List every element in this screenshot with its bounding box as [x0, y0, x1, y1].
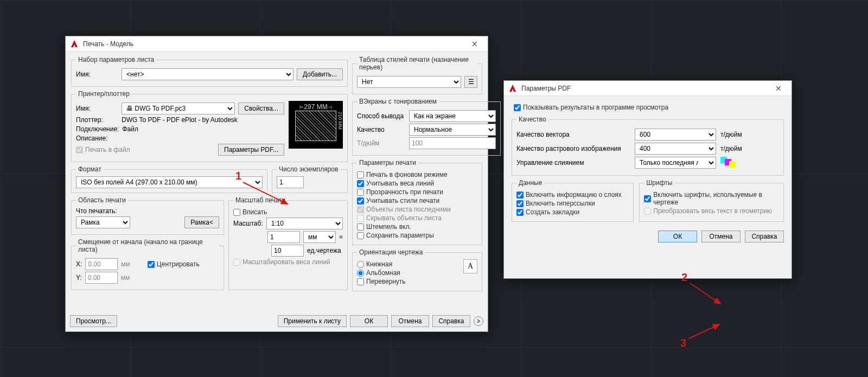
pdf-data-legend: Данные [516, 179, 544, 187]
opt-transp-checkbox[interactable] [357, 189, 364, 196]
pdf-titlebar[interactable]: Параметры PDF ✕ [504, 81, 792, 96]
show-viewer-label: Показывать результаты в программе просмо… [523, 104, 668, 111]
raster-unit: т/дюйм [720, 145, 742, 152]
pageset-name-select[interactable]: <нет> [122, 68, 293, 80]
scale-den-input[interactable] [271, 245, 304, 257]
arrow-2 [688, 281, 742, 308]
plotstyle-select[interactable]: Нет [357, 76, 461, 88]
connect-value: Файл [122, 125, 138, 133]
close-icon[interactable]: ✕ [770, 84, 787, 93]
offset-x-label: X: [76, 260, 82, 268]
preview-sheet [295, 111, 336, 141]
copies-input[interactable] [277, 176, 304, 188]
orient-upside-checkbox[interactable] [357, 278, 364, 285]
opt-stamp-label: Штемпель вкл. [366, 223, 411, 231]
orient-landscape-radio[interactable] [357, 270, 364, 277]
scale-unit-select[interactable]: мм [303, 231, 336, 243]
bookmarks-checkbox[interactable] [516, 209, 524, 216]
pdf-title: Параметры PDF [521, 85, 770, 92]
hyperlinks-label: Включить гиперссылки [526, 200, 595, 207]
plotstyle-edit-button[interactable]: ☰ [464, 76, 477, 88]
autocad-logo-icon [508, 84, 517, 93]
cancel-button[interactable]: Отмена [391, 315, 429, 327]
expand-icon[interactable] [474, 316, 483, 326]
equals-label: = [339, 233, 343, 241]
format-group: Формат ISO без полей A4 (297.00 x 210.00… [71, 165, 267, 193]
scale-label: Масштаб: [233, 220, 263, 227]
opt-bg-checkbox[interactable] [357, 171, 364, 178]
scale-lw-label: Масштабировать веса линий [242, 258, 330, 266]
printer-legend: Принтер/плоттер [76, 90, 132, 98]
plot-titlebar[interactable]: Печать - Модель ✕ [66, 36, 488, 52]
format-select[interactable]: ISO без полей A4 (297.00 x 210.00 мм) [76, 176, 263, 188]
copies-legend: Число экземпляров [277, 165, 340, 173]
connect-label: Подключение: [76, 125, 119, 133]
opt-lw-label: Учитывать веса линий [366, 180, 434, 187]
close-icon[interactable]: ✕ [466, 40, 483, 48]
preview-height-label: 210 MM [337, 112, 343, 141]
pdf-cancel-button[interactable]: Отмена [701, 231, 741, 242]
copies-group: Число экземпляров [272, 165, 348, 193]
apply-button[interactable]: Применить к листу [278, 315, 347, 327]
opt-styles-checkbox[interactable] [357, 197, 364, 205]
opt-paperlast-label: Объекты листа последними [366, 206, 451, 213]
layers-checkbox[interactable] [516, 191, 524, 199]
shade-quality-select[interactable]: Нормальное [409, 124, 496, 136]
pdf-help-button[interactable]: Справка [745, 231, 784, 242]
preview-button[interactable]: Просмотр... [70, 315, 117, 327]
hyperlinks-checkbox[interactable] [516, 200, 524, 207]
orient-landscape-label: Альбомная [366, 269, 400, 277]
svg-line-2 [689, 324, 719, 338]
printer-name-select[interactable]: 🖶 DWG To PDF.pc3 [122, 103, 235, 114]
include-fonts-checkbox[interactable] [644, 195, 651, 202]
shade-mode-select[interactable]: Как на экране [409, 110, 496, 122]
printer-props-button[interactable]: Свойства... [238, 103, 284, 114]
show-viewer-checkbox[interactable] [514, 104, 521, 111]
merge-label: Управление слиянием [516, 159, 635, 167]
merge-select[interactable]: Только последняя линия [635, 157, 716, 169]
orient-upside-label: Перевернуть [366, 278, 406, 285]
pdf-ok-button[interactable]: ОК [658, 231, 697, 242]
raster-select[interactable]: 400 [635, 143, 716, 155]
offset-x-unit: мм [121, 260, 130, 268]
orientation-icon: A [463, 259, 477, 273]
opt-bg-label: Печать в фоновом режиме [366, 171, 448, 178]
layers-label: Включить информацию о слоях [526, 191, 622, 199]
scale-select[interactable]: 1:10 [266, 218, 343, 229]
shade-dpi-label: Т/дюйм [357, 139, 406, 147]
opt-stamp-checkbox[interactable] [357, 223, 364, 231]
pdf-options-button[interactable]: Параметры PDF... [218, 144, 284, 156]
scale-den-unit: ед.чертежа [307, 247, 343, 254]
window-button[interactable]: Рамка< [184, 216, 219, 228]
plotstyle-legend: Таблица стилей печати (назначение перьев… [357, 56, 477, 71]
arrow-3 [687, 322, 730, 342]
shaded-group: ВЭкраны с тонированием Способ выводаКак … [352, 98, 501, 156]
opt-lw-checkbox[interactable] [357, 180, 364, 187]
annotation-3: 3 [680, 337, 686, 349]
opt-hide-label: Скрывать объекты листа [366, 214, 442, 222]
area-select[interactable]: Рамка [76, 216, 130, 228]
options-legend: Параметры печати [357, 159, 418, 167]
help-button[interactable]: Справка [432, 315, 470, 327]
offset-legend: Смещение от начала (начало на границе ли… [76, 238, 219, 253]
merge-icon [720, 157, 736, 169]
pageset-add-button[interactable]: Добавить... [297, 68, 343, 80]
shade-mode-label: Способ вывода [357, 112, 406, 120]
format-legend: Формат [76, 165, 104, 173]
convert-text-checkbox [644, 208, 651, 215]
plot-title: Печать - Модель [83, 40, 466, 48]
orient-portrait-radio[interactable] [357, 261, 364, 268]
offset-y-input [85, 272, 118, 284]
pdf-quality-group: Качество Качество вектора 600 т/дюйм Кач… [512, 116, 784, 176]
scale-num-input[interactable] [267, 231, 300, 243]
area-group: Область печати Что печатать: Рамка Рамка… [71, 196, 224, 235]
fit-checkbox[interactable] [233, 209, 240, 216]
vector-select[interactable]: 600 [635, 129, 716, 140]
opt-save-checkbox[interactable] [357, 232, 364, 239]
raster-label: Качество растрового изображения [516, 145, 635, 152]
ok-button[interactable]: ОК [350, 315, 388, 327]
vector-label: Качество вектора [516, 131, 635, 138]
center-checkbox[interactable] [148, 261, 155, 268]
offset-y-unit: мм [121, 274, 130, 282]
shade-quality-label: Качество [357, 126, 406, 133]
